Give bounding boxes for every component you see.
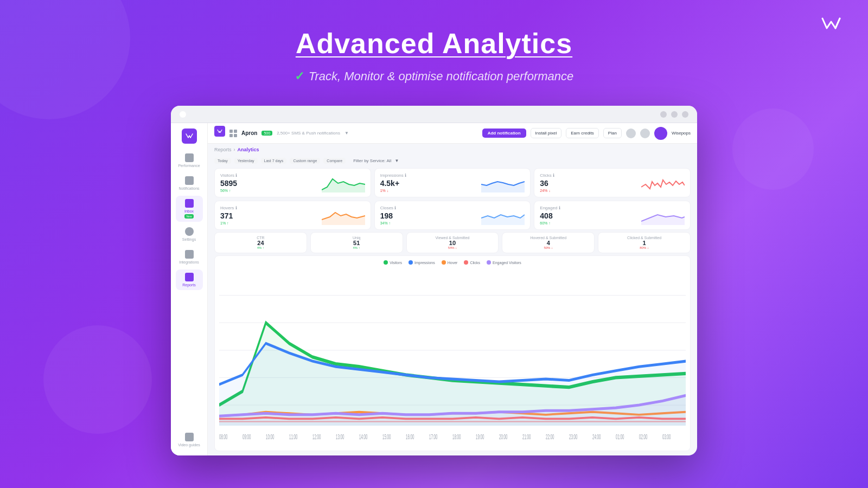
browser-chrome	[171, 106, 697, 123]
filter-date-today[interactable]: Today	[214, 158, 231, 164]
stat-card-clicks: Clicks ℹ 36 24% ↓	[534, 168, 691, 197]
svg-text:16:00: 16:00	[406, 433, 414, 441]
small-stat-ctr: CTR 24 4% ↑	[214, 232, 307, 253]
top-nav: Apron 500 2,500+ SMS & Push notification…	[208, 123, 697, 144]
bg-decoration-3	[732, 108, 814, 190]
svg-text:12:00: 12:00	[312, 433, 321, 441]
svg-marker-0	[322, 179, 365, 192]
plan-label: Plan	[608, 131, 617, 136]
svg-marker-4	[641, 215, 685, 225]
sidebar-label-notifications: Notifications	[178, 187, 199, 190]
filter-dropdown-icon: ▼	[394, 158, 399, 163]
breadcrumb-separator: ›	[234, 147, 235, 152]
svg-text:24:00: 24:00	[592, 433, 601, 441]
sidebar-item-settings[interactable]: Settings	[176, 224, 203, 245]
stat-card-hovers: Hovers ℹ 371 1% ↑	[214, 201, 371, 230]
legend-visitors: Visitors	[384, 260, 402, 265]
stat-change-closes: 34% ↑	[380, 221, 397, 225]
legend-engaged: Engaged Visitors	[487, 260, 521, 265]
plan-button[interactable]: Plan	[603, 128, 622, 138]
filter-date-custom[interactable]: Custom range	[290, 158, 320, 164]
page-title: Advanced Analytics	[0, 27, 868, 60]
sidebar-logo	[182, 129, 197, 144]
add-notification-button[interactable]: Add notification	[482, 129, 526, 138]
legend-dot-visitors	[384, 260, 388, 265]
check-icon: ✓	[295, 69, 304, 83]
performance-icon	[185, 153, 194, 162]
svg-text:11:00: 11:00	[289, 433, 298, 441]
settings-nav-icon[interactable]	[640, 129, 650, 138]
earn-credits-button[interactable]: Earn credits	[566, 128, 599, 138]
sidebar-item-performance[interactable]: Performance	[176, 150, 203, 171]
small-stat-value-cs: 1	[603, 240, 686, 246]
stat-card-visitors: Visitors ℹ 5895 56% ↑	[214, 168, 371, 197]
hovers-chart	[322, 206, 365, 225]
chrome-dot-3	[671, 111, 678, 118]
clicks-chart	[641, 174, 685, 192]
filter-date-yesterday[interactable]: Yesterday	[234, 158, 258, 164]
earn-credits-label: Earn credits	[571, 131, 594, 136]
legend-label-visitors: Visitors	[390, 261, 402, 265]
visitors-chart	[322, 174, 365, 192]
sidebar-label-performance: Performance	[178, 164, 200, 168]
sidebar-item-integrations[interactable]: Integrations	[176, 247, 203, 267]
stat-info-hovers: Hovers ℹ 371 1% ↑	[220, 206, 237, 225]
small-stat-label-uniq: Uniq	[315, 236, 398, 240]
stat-label-clicks: Clicks ℹ	[540, 173, 554, 178]
small-stat-hovered-submitted: Hovered & Submitted 4 50% ↓	[502, 232, 595, 253]
small-stat-change-uniq: 4% ↑	[315, 246, 398, 249]
small-stat-change-vs: 54% ↓	[411, 246, 494, 249]
main-chart: 08:00 09:00 10:00 11:00 12:00 13:00 14:0…	[219, 268, 686, 446]
chrome-dot-2	[660, 111, 667, 118]
chrome-dot-1	[180, 111, 186, 118]
bg-decoration-2	[43, 325, 152, 434]
chart-area: Visitors Impressions Hover Clicks	[214, 255, 691, 451]
settings-icon	[185, 227, 194, 236]
stat-label-closes: Closes ℹ	[380, 206, 397, 210]
sidebar-item-notifications[interactable]: Notifications	[176, 173, 203, 194]
stat-info-visitors: Visitors ℹ 5895 56% ↑	[220, 173, 237, 192]
stat-change-impressions: 1% ↓	[380, 189, 406, 192]
svg-text:23:00: 23:00	[569, 433, 578, 441]
sidebar-item-video-guides[interactable]: Video guides	[176, 429, 203, 450]
breadcrumb-reports: Reports	[214, 147, 232, 152]
sidebar-item-reports[interactable]: Reports	[176, 269, 203, 290]
legend-label-hover: Hover	[448, 261, 458, 265]
chrome-dots-right	[660, 111, 688, 118]
browser-window: Performance Notifications Inbox New Sett…	[171, 106, 697, 455]
stat-info-impressions: Impressions ℹ 4.5k+ 1% ↓	[380, 173, 406, 192]
filter-date-7days[interactable]: Last 7 days	[261, 158, 287, 164]
install-pixel-button[interactable]: Install pixel	[531, 128, 562, 138]
filter-compare[interactable]: Compare	[323, 158, 346, 164]
stat-value-impressions: 4.5k+	[380, 179, 406, 188]
stat-value-visitors: 5895	[220, 179, 237, 188]
app-content: Performance Notifications Inbox New Sett…	[171, 123, 697, 455]
svg-text:03:00: 03:00	[662, 433, 671, 441]
filter-bar: Today Yesterday Last 7 days Custom range…	[208, 156, 697, 166]
breadcrumb: Reports › Analytics	[208, 144, 697, 156]
svg-text:15:00: 15:00	[382, 433, 391, 441]
video-icon	[185, 433, 194, 441]
page-subtitle: ✓Track, Monitor & optimise notification …	[0, 69, 868, 84]
stat-change-clicks: 24% ↓	[540, 189, 554, 192]
svg-text:14:00: 14:00	[359, 433, 368, 441]
legend-dot-engaged	[487, 260, 491, 265]
stats-grid: Visitors ℹ 5895 56% ↑ Impressions ℹ 4.5k…	[208, 166, 697, 232]
svg-text:18:00: 18:00	[452, 433, 461, 441]
svg-text:01:00: 01:00	[616, 433, 624, 441]
search-icon[interactable]	[626, 129, 636, 138]
legend-hover: Hover	[442, 260, 458, 265]
sidebar: Performance Notifications Inbox New Sett…	[171, 123, 208, 455]
stat-label-impressions: Impressions ℹ	[380, 173, 406, 178]
svg-text:22:00: 22:00	[546, 433, 554, 441]
nav-dropdown-icon: ▼	[344, 131, 349, 136]
legend-label-clicks: Clicks	[470, 261, 480, 265]
sidebar-item-inbox[interactable]: Inbox New	[176, 196, 203, 222]
closes-chart	[481, 206, 525, 225]
stat-value-engaged: 408	[540, 211, 560, 220]
stat-card-impressions: Impressions ℹ 4.5k+ 1% ↓	[374, 168, 531, 197]
svg-marker-2	[322, 213, 365, 225]
small-stat-viewed-submitted: Viewed & Submitted 10 54% ↓	[406, 232, 499, 253]
stat-value-clicks: 36	[540, 179, 554, 188]
reports-icon	[185, 273, 194, 281]
